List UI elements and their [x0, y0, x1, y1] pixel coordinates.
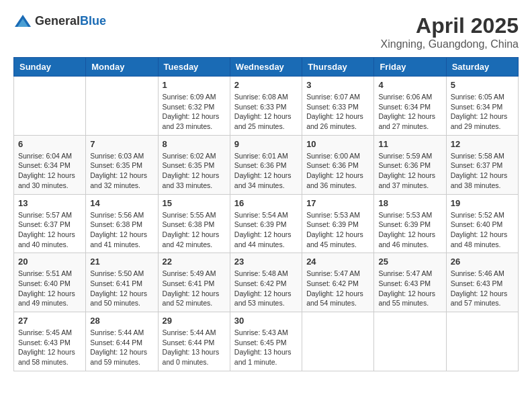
location-title: Xingning, Guangdong, China [381, 38, 519, 50]
title-area: April 2025 Xingning, Guangdong, China [381, 13, 519, 50]
weekday-header-monday: Monday [86, 58, 158, 77]
calendar-cell: 28Sunrise: 5:44 AM Sunset: 6:44 PM Dayli… [86, 312, 158, 371]
day-number: 19 [451, 198, 514, 208]
day-number: 25 [378, 257, 441, 267]
day-info: Sunrise: 6:02 AM Sunset: 6:35 PM Dayligh… [163, 151, 226, 191]
day-number: 6 [18, 139, 81, 149]
day-info: Sunrise: 5:47 AM Sunset: 6:42 PM Dayligh… [306, 269, 369, 308]
day-number: 17 [306, 198, 369, 208]
day-info: Sunrise: 5:44 AM Sunset: 6:44 PM Dayligh… [90, 328, 153, 367]
day-info: Sunrise: 5:46 AM Sunset: 6:43 PM Dayligh… [451, 269, 514, 308]
day-info: Sunrise: 5:45 AM Sunset: 6:43 PM Dayligh… [18, 328, 81, 367]
calendar-week-row: 13Sunrise: 5:57 AM Sunset: 6:37 PM Dayli… [14, 194, 519, 253]
day-number: 18 [378, 198, 441, 208]
logo-general-text: GeneralBlue [35, 15, 106, 28]
calendar-cell [374, 312, 446, 371]
day-number: 13 [18, 198, 81, 208]
day-number: 4 [378, 80, 441, 90]
day-number: 14 [90, 198, 153, 208]
calendar-week-row: 27Sunrise: 5:45 AM Sunset: 6:43 PM Dayli… [14, 312, 519, 371]
calendar-cell: 14Sunrise: 5:56 AM Sunset: 6:38 PM Dayli… [86, 194, 158, 253]
day-info: Sunrise: 6:00 AM Sunset: 6:36 PM Dayligh… [306, 151, 369, 191]
day-info: Sunrise: 5:49 AM Sunset: 6:41 PM Dayligh… [163, 269, 226, 308]
weekday-header-row: SundayMondayTuesdayWednesdayThursdayFrid… [14, 58, 519, 77]
day-info: Sunrise: 5:44 AM Sunset: 6:44 PM Dayligh… [163, 328, 226, 367]
weekday-header-thursday: Thursday [302, 58, 374, 77]
day-number: 12 [451, 139, 514, 149]
calendar-cell: 9Sunrise: 6:01 AM Sunset: 6:36 PM Daylig… [230, 135, 302, 194]
calendar-cell: 11Sunrise: 5:59 AM Sunset: 6:36 PM Dayli… [374, 135, 446, 194]
day-info: Sunrise: 5:43 AM Sunset: 6:45 PM Dayligh… [234, 328, 298, 367]
day-number: 24 [306, 257, 369, 267]
weekday-header-saturday: Saturday [446, 58, 518, 77]
calendar-cell: 10Sunrise: 6:00 AM Sunset: 6:36 PM Dayli… [302, 135, 374, 194]
calendar-cell: 15Sunrise: 5:55 AM Sunset: 6:38 PM Dayli… [158, 194, 230, 253]
calendar-cell: 13Sunrise: 5:57 AM Sunset: 6:37 PM Dayli… [14, 194, 86, 253]
calendar-cell: 29Sunrise: 5:44 AM Sunset: 6:44 PM Dayli… [158, 312, 230, 371]
day-info: Sunrise: 6:08 AM Sunset: 6:33 PM Dayligh… [234, 92, 298, 132]
day-info: Sunrise: 5:48 AM Sunset: 6:42 PM Dayligh… [234, 269, 298, 308]
calendar-cell: 30Sunrise: 5:43 AM Sunset: 6:45 PM Dayli… [230, 312, 302, 371]
calendar-cell: 20Sunrise: 5:51 AM Sunset: 6:40 PM Dayli… [14, 253, 86, 312]
day-info: Sunrise: 5:52 AM Sunset: 6:40 PM Dayligh… [451, 210, 514, 250]
calendar-cell: 24Sunrise: 5:47 AM Sunset: 6:42 PM Dayli… [302, 253, 374, 312]
day-info: Sunrise: 5:51 AM Sunset: 6:40 PM Dayligh… [18, 269, 81, 308]
day-info: Sunrise: 5:53 AM Sunset: 6:39 PM Dayligh… [306, 210, 369, 250]
logo-icon [13, 13, 32, 30]
day-number: 2 [234, 80, 298, 90]
calendar-cell [86, 77, 158, 136]
calendar-cell: 21Sunrise: 5:50 AM Sunset: 6:41 PM Dayli… [86, 253, 158, 312]
calendar-cell: 19Sunrise: 5:52 AM Sunset: 6:40 PM Dayli… [446, 194, 518, 253]
day-number: 29 [163, 316, 226, 326]
page-header: GeneralBlue April 2025 Xingning, Guangdo… [13, 13, 519, 50]
day-number: 10 [306, 139, 369, 149]
calendar-cell: 4Sunrise: 6:06 AM Sunset: 6:34 PM Daylig… [374, 77, 446, 136]
day-number: 8 [163, 139, 226, 149]
calendar-cell: 16Sunrise: 5:54 AM Sunset: 6:39 PM Dayli… [230, 194, 302, 253]
day-info: Sunrise: 5:59 AM Sunset: 6:36 PM Dayligh… [378, 151, 441, 191]
day-number: 22 [163, 257, 226, 267]
calendar-cell: 5Sunrise: 6:05 AM Sunset: 6:34 PM Daylig… [446, 77, 518, 136]
calendar-cell: 17Sunrise: 5:53 AM Sunset: 6:39 PM Dayli… [302, 194, 374, 253]
day-info: Sunrise: 5:54 AM Sunset: 6:39 PM Dayligh… [234, 210, 298, 250]
calendar-cell: 23Sunrise: 5:48 AM Sunset: 6:42 PM Dayli… [230, 253, 302, 312]
day-info: Sunrise: 5:58 AM Sunset: 6:37 PM Dayligh… [451, 151, 514, 191]
day-number: 5 [451, 80, 514, 90]
weekday-header-tuesday: Tuesday [158, 58, 230, 77]
day-number: 7 [90, 139, 153, 149]
day-info: Sunrise: 6:06 AM Sunset: 6:34 PM Dayligh… [378, 92, 441, 132]
day-number: 26 [451, 257, 514, 267]
month-title: April 2025 [381, 13, 519, 38]
calendar-week-row: 6Sunrise: 6:04 AM Sunset: 6:34 PM Daylig… [14, 135, 519, 194]
day-number: 30 [234, 316, 298, 326]
day-number: 1 [163, 80, 226, 90]
calendar-cell [14, 77, 86, 136]
day-number: 9 [234, 139, 298, 149]
day-number: 21 [90, 257, 153, 267]
calendar-cell [446, 312, 518, 371]
day-number: 23 [234, 257, 298, 267]
day-info: Sunrise: 5:56 AM Sunset: 6:38 PM Dayligh… [90, 210, 153, 250]
day-info: Sunrise: 6:01 AM Sunset: 6:36 PM Dayligh… [234, 151, 298, 191]
weekday-header-wednesday: Wednesday [230, 58, 302, 77]
calendar-cell: 3Sunrise: 6:07 AM Sunset: 6:33 PM Daylig… [302, 77, 374, 136]
day-number: 3 [306, 80, 369, 90]
calendar-cell: 12Sunrise: 5:58 AM Sunset: 6:37 PM Dayli… [446, 135, 518, 194]
calendar-cell: 6Sunrise: 6:04 AM Sunset: 6:34 PM Daylig… [14, 135, 86, 194]
day-info: Sunrise: 5:47 AM Sunset: 6:43 PM Dayligh… [378, 269, 441, 308]
day-number: 11 [378, 139, 441, 149]
day-number: 20 [18, 257, 81, 267]
weekday-header-friday: Friday [374, 58, 446, 77]
calendar-cell: 25Sunrise: 5:47 AM Sunset: 6:43 PM Dayli… [374, 253, 446, 312]
calendar-cell: 26Sunrise: 5:46 AM Sunset: 6:43 PM Dayli… [446, 253, 518, 312]
day-number: 28 [90, 316, 153, 326]
day-info: Sunrise: 5:55 AM Sunset: 6:38 PM Dayligh… [163, 210, 226, 250]
calendar-cell: 1Sunrise: 6:09 AM Sunset: 6:32 PM Daylig… [158, 77, 230, 136]
day-number: 27 [18, 316, 81, 326]
calendar-week-row: 20Sunrise: 5:51 AM Sunset: 6:40 PM Dayli… [14, 253, 519, 312]
calendar-cell: 7Sunrise: 6:03 AM Sunset: 6:35 PM Daylig… [86, 135, 158, 194]
day-info: Sunrise: 6:05 AM Sunset: 6:34 PM Dayligh… [451, 92, 514, 132]
day-number: 16 [234, 198, 298, 208]
calendar-cell [302, 312, 374, 371]
day-info: Sunrise: 5:53 AM Sunset: 6:39 PM Dayligh… [378, 210, 441, 250]
